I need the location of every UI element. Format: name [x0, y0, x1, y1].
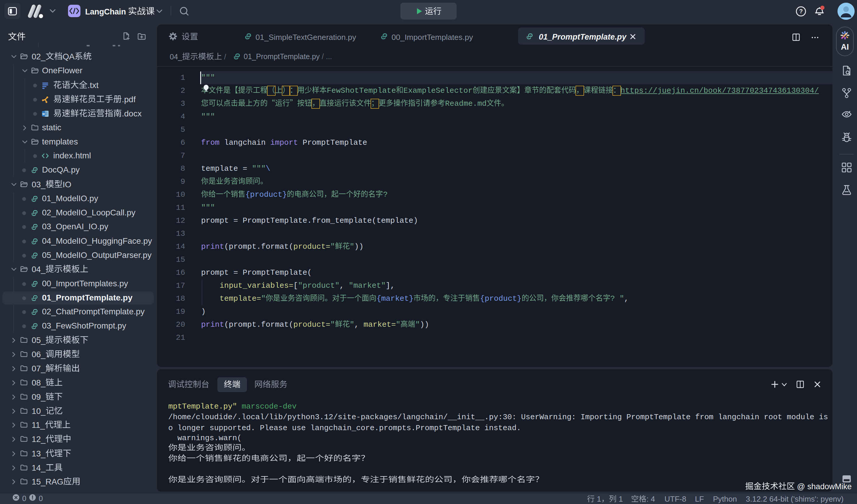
svg-text:W: W [42, 112, 45, 116]
svg-text:?: ? [799, 8, 803, 15]
